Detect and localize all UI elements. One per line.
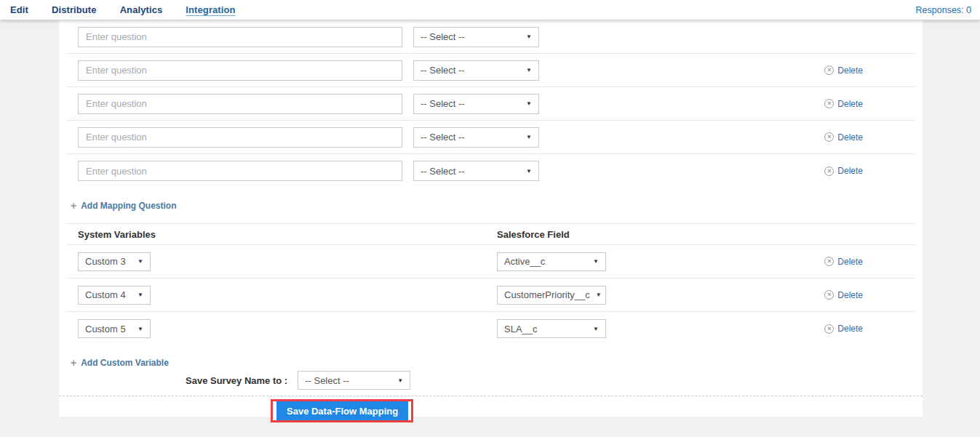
variable-mapping-section: System Variables Salesforce Field Custom… [59, 223, 923, 345]
chevron-down-icon: ▼ [526, 100, 532, 107]
chevron-down-icon: ▼ [526, 134, 532, 140]
add-mapping-question-link[interactable]: + Add Mapping Question [71, 201, 177, 211]
dashed-divider [59, 396, 923, 396]
tab-integration[interactable]: Integration [186, 4, 235, 15]
tab-analytics[interactable]: Analytics [120, 4, 163, 15]
chevron-down-icon: ▼ [138, 258, 143, 265]
select-value: -- Select -- [421, 132, 465, 143]
mapping-question-row: -- Select -- ▼ × Delete [66, 121, 915, 154]
delete-link[interactable]: × Delete [824, 290, 863, 300]
delete-label: Delete [837, 65, 863, 76]
question-field-select[interactable]: -- Select -- ▼ [413, 94, 539, 114]
salesforce-field-select[interactable]: CustomerPriority__c ▼ [497, 286, 606, 305]
question-field-select[interactable]: -- Select -- ▼ [413, 161, 539, 181]
question-input[interactable] [78, 27, 402, 47]
salesforce-field-header: Salesforce Field [497, 229, 570, 240]
salesforce-field-select[interactable]: Active__c ▼ [497, 252, 606, 271]
add-custom-variable-label: Add Custom Variable [81, 358, 169, 368]
save-data-flow-mapping-button[interactable]: Save Data-Flow Mapping [276, 401, 408, 420]
chevron-down-icon: ▼ [526, 33, 532, 40]
delete-circle-x-icon: × [824, 99, 834, 108]
delete-label: Delete [837, 132, 863, 143]
select-value: SLA__c [504, 324, 538, 334]
select-value: CustomerPriority__c [504, 289, 590, 300]
question-field-select[interactable]: -- Select -- ▼ [413, 27, 539, 47]
variable-mapping-row: Custom 4 ▼ CustomerPriority__c ▼ × Delet… [66, 278, 915, 312]
question-input[interactable] [78, 161, 402, 181]
mapping-question-row: -- Select -- ▼ × Delete [66, 154, 915, 188]
save-survey-name-label: Save Survey Name to : [186, 375, 287, 386]
mapping-question-row: -- Select -- ▼ × Delete [66, 54, 915, 87]
tab-distribute[interactable]: Distribute [52, 4, 97, 15]
add-mapping-question-label: Add Mapping Question [81, 201, 176, 211]
delete-circle-x-icon: × [824, 65, 834, 75]
nav-items: Edit Distribute Analytics Integration [10, 4, 236, 15]
variable-mapping-row: Custom 3 ▼ Active__c ▼ × Delete [66, 245, 915, 278]
select-value: -- Select -- [421, 98, 465, 109]
delete-circle-x-icon: × [824, 167, 834, 176]
chevron-down-icon: ▼ [397, 377, 403, 384]
mapping-question-row: -- Select -- ▼ × Delete [66, 87, 915, 121]
top-navbar: Edit Distribute Analytics Integration Re… [0, 0, 980, 20]
chevron-down-icon: ▼ [593, 326, 599, 332]
mapping-question-row: -- Select -- ▼ [66, 20, 915, 54]
variable-mapping-header-row: System Variables Salesforce Field [66, 223, 915, 245]
select-value: Custom 5 [85, 324, 126, 334]
delete-link[interactable]: × Delete [824, 65, 863, 76]
select-value: -- Select -- [421, 31, 465, 42]
system-variable-select[interactable]: Custom 3 ▼ [78, 252, 151, 271]
delete-link[interactable]: × Delete [824, 132, 863, 143]
responses-count: Responses: 0 [916, 5, 971, 15]
plus-icon: + [71, 201, 76, 210]
select-value: Custom 4 [85, 289, 126, 300]
delete-link[interactable]: × Delete [824, 257, 863, 267]
plus-icon: + [71, 358, 76, 367]
delete-label: Delete [837, 166, 863, 176]
delete-label: Delete [837, 99, 863, 109]
select-value: -- Select -- [305, 375, 349, 386]
delete-circle-x-icon: × [824, 290, 834, 300]
chevron-down-icon: ▼ [138, 326, 143, 332]
system-variable-select[interactable]: Custom 4 ▼ [78, 286, 151, 305]
question-field-select[interactable]: -- Select -- ▼ [413, 127, 539, 148]
salesforce-field-select[interactable]: SLA__c ▼ [497, 319, 606, 338]
delete-circle-x-icon: × [824, 324, 834, 334]
variable-mapping-row: Custom 5 ▼ SLA__c ▼ × Delete [66, 312, 915, 345]
delete-circle-x-icon: × [824, 257, 834, 266]
annotation-highlight-box: Save Data-Flow Mapping [271, 399, 413, 422]
chevron-down-icon: ▼ [593, 258, 599, 265]
question-input[interactable] [78, 94, 402, 114]
select-value: Custom 3 [85, 256, 126, 267]
delete-label: Delete [837, 290, 863, 300]
add-custom-variable-link[interactable]: + Add Custom Variable [71, 358, 169, 368]
system-variable-select[interactable]: Custom 5 ▼ [78, 319, 151, 338]
question-input[interactable] [78, 127, 402, 148]
delete-circle-x-icon: × [824, 132, 834, 142]
tab-edit[interactable]: Edit [10, 4, 28, 15]
select-value: -- Select -- [421, 65, 465, 76]
select-value: Active__c [504, 256, 545, 267]
save-survey-name-row: Save Survey Name to : -- Select -- ▼ [59, 371, 923, 390]
integration-mapping-panel: -- Select -- ▼ -- Select -- ▼ × Delete -… [59, 20, 923, 417]
delete-label: Delete [837, 257, 863, 267]
question-input[interactable] [78, 60, 402, 81]
delete-link[interactable]: × Delete [824, 99, 863, 109]
delete-label: Delete [837, 324, 863, 334]
delete-link[interactable]: × Delete [824, 324, 863, 334]
system-variables-header: System Variables [78, 229, 156, 240]
chevron-down-icon: ▼ [526, 168, 532, 175]
select-value: -- Select -- [421, 166, 465, 177]
save-button-area: Save Data-Flow Mapping [271, 399, 413, 422]
save-survey-name-select[interactable]: -- Select -- ▼ [298, 371, 410, 390]
chevron-down-icon: ▼ [526, 67, 532, 73]
chevron-down-icon: ▼ [596, 292, 602, 298]
question-field-select[interactable]: -- Select -- ▼ [413, 60, 539, 81]
chevron-down-icon: ▼ [138, 292, 143, 298]
delete-link[interactable]: × Delete [824, 166, 863, 176]
